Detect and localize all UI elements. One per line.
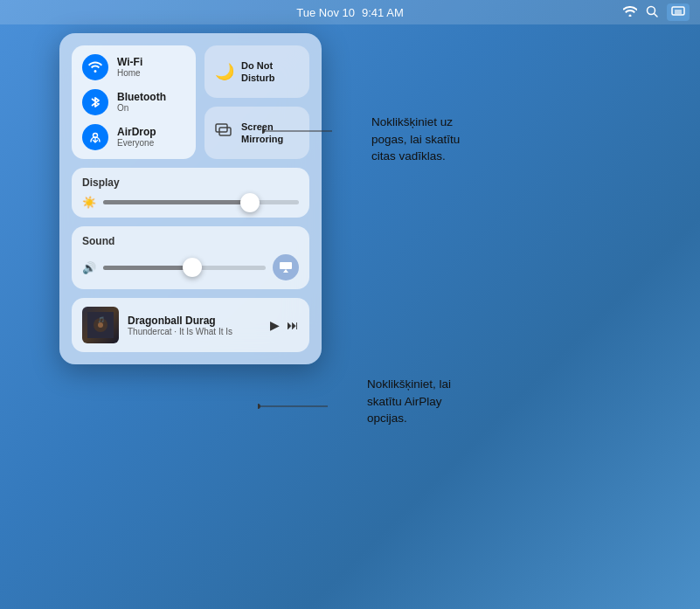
airdrop-subtitle: Everyone bbox=[117, 138, 156, 149]
annotation-arrow-1 bbox=[262, 105, 367, 157]
display-slider-track[interactable] bbox=[103, 200, 299, 204]
airdrop-title: AirDrop bbox=[117, 126, 156, 138]
control-center-panel: Wi-Fi Home Bluetooth On bbox=[59, 33, 322, 364]
menubar-icons bbox=[623, 3, 690, 21]
annotation-1: Noklikšķiniet uzpogas, lai skatītucitas … bbox=[341, 114, 460, 165]
annotation-arrow-2 bbox=[258, 384, 363, 428]
bluetooth-icon bbox=[82, 89, 108, 115]
bluetooth-text: Bluetooth On bbox=[117, 91, 166, 114]
screen-mirroring-icon bbox=[215, 123, 234, 143]
airdrop-item[interactable]: AirDrop Everyone bbox=[82, 124, 185, 150]
network-tile: Wi-Fi Home Bluetooth On bbox=[72, 45, 196, 159]
display-slider-thumb[interactable] bbox=[240, 193, 260, 212]
bluetooth-subtitle: On bbox=[117, 103, 166, 114]
wifi-title: Wi-Fi bbox=[117, 56, 142, 68]
do-not-disturb-icon: 🌙 bbox=[215, 62, 234, 81]
menubar: Tue Nov 10 9:41 AM bbox=[0, 0, 700, 24]
annotation-2-text: Noklikšķiniet, laiskatītu AirPlayopcijas… bbox=[367, 376, 451, 427]
annotation-2: Noklikšķiniet, laiskatītu AirPlayopcijas… bbox=[341, 376, 451, 427]
airdrop-icon bbox=[82, 124, 108, 150]
screen-mirror-menubar-icon[interactable] bbox=[667, 3, 690, 21]
svg-rect-3 bbox=[675, 10, 682, 14]
sound-slider-track[interactable] bbox=[103, 266, 266, 270]
display-section: Display ☀️ bbox=[72, 168, 309, 218]
airdrop-text: AirDrop Everyone bbox=[117, 126, 156, 149]
do-not-disturb-tile[interactable]: 🌙 Do Not Disturb bbox=[204, 45, 309, 98]
annotation-1-text: Noklikšķiniet uzpogas, lai skatītucitas … bbox=[371, 114, 460, 165]
playback-controls: ▶ ⏭ bbox=[270, 318, 299, 332]
wifi-item[interactable]: Wi-Fi Home bbox=[82, 54, 185, 80]
brightness-icon: ☀️ bbox=[82, 196, 96, 209]
sound-slider-row: 🔊 bbox=[82, 254, 299, 280]
display-slider-row: ☀️ bbox=[82, 196, 299, 209]
airplay-button[interactable] bbox=[273, 254, 299, 280]
svg-point-9 bbox=[98, 322, 103, 328]
svg-point-12 bbox=[262, 128, 265, 134]
menubar-center: Tue Nov 10 9:41 AM bbox=[296, 6, 403, 19]
play-button[interactable]: ▶ bbox=[270, 318, 280, 332]
display-label: Display bbox=[82, 176, 299, 189]
bluetooth-item[interactable]: Bluetooth On bbox=[82, 89, 185, 115]
volume-icon: 🔊 bbox=[82, 261, 96, 274]
album-art: 🎵 bbox=[82, 307, 119, 343]
menubar-time: 9:41 AM bbox=[362, 6, 404, 19]
album-art-image: 🎵 bbox=[82, 307, 119, 343]
wifi-menubar-icon[interactable] bbox=[623, 5, 637, 19]
track-info: Dragonball Durag Thundercat · It Is What… bbox=[128, 315, 261, 336]
wifi-icon bbox=[82, 54, 108, 80]
now-playing-section: 🎵 Dragonball Durag Thundercat · It Is Wh… bbox=[72, 298, 309, 352]
skip-button[interactable]: ⏭ bbox=[287, 318, 299, 332]
wifi-text: Wi-Fi Home bbox=[117, 56, 142, 79]
sound-section: Sound 🔊 bbox=[72, 226, 309, 289]
track-title: Dragonball Durag bbox=[128, 315, 261, 327]
wifi-subtitle: Home bbox=[117, 68, 142, 79]
bluetooth-title: Bluetooth bbox=[117, 91, 166, 103]
menubar-datetime: Tue Nov 10 bbox=[296, 6, 355, 19]
sound-slider-fill bbox=[103, 266, 192, 270]
do-not-disturb-label: Do Not Disturb bbox=[241, 59, 299, 85]
search-menubar-icon[interactable] bbox=[646, 5, 658, 20]
svg-point-14 bbox=[258, 404, 260, 409]
track-subtitle: Thundercat · It Is What It Is bbox=[128, 327, 261, 336]
display-slider-fill bbox=[103, 200, 250, 204]
svg-text:🎵: 🎵 bbox=[98, 316, 105, 323]
sound-label: Sound bbox=[82, 235, 299, 247]
sound-slider-thumb[interactable] bbox=[183, 258, 202, 277]
svg-line-1 bbox=[655, 13, 658, 17]
